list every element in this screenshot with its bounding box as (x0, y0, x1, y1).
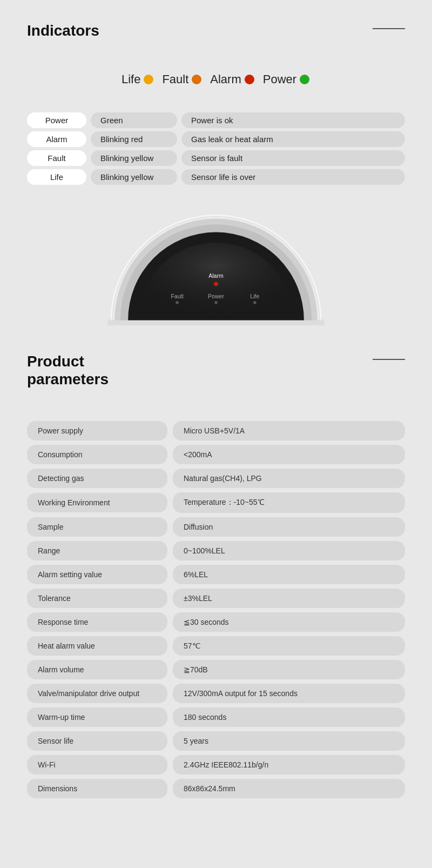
param-label-2: Detecting gas (27, 469, 167, 488)
param-label-5: Range (27, 541, 167, 560)
param-label-0: Power supply (27, 421, 167, 440)
param-row-0: Power supply Micro USB+5V/1A (27, 421, 405, 440)
indicator-label-life: Life (27, 169, 86, 185)
indicator-desc-power: Power is ok (181, 112, 405, 128)
param-value-4: Diffusion (173, 517, 405, 537)
param-row-11: Valve/manipulator drive output 12V/300mA… (27, 684, 405, 703)
param-row-10: Alarm volume ≧70dB (27, 660, 405, 679)
indicators-legend: Life Fault Alarm Power (27, 72, 405, 86)
product-params-title: Productparameters (27, 352, 109, 389)
legend-power-dot (300, 75, 309, 84)
param-label-7: Tolerance (27, 589, 167, 608)
indicator-color-alarm: Blinking red (91, 131, 177, 147)
param-label-3: Working Environment (27, 493, 167, 512)
indicators-divider (373, 28, 405, 29)
param-value-3: Temperature：-10~55℃ (173, 492, 405, 513)
indicators-header: Indicators (27, 22, 405, 40)
param-row-14: Wi-Fi 2.4GHz IEEE802.11b/g/n (27, 755, 405, 774)
legend-power-label: Power (263, 72, 296, 86)
svg-point-8 (253, 301, 256, 304)
device-image-container: Alarm Fault Power Life (27, 201, 405, 325)
indicator-row-power: Power Green Power is ok (27, 112, 405, 128)
product-params-header: Productparameters (27, 352, 405, 389)
legend-fault-label: Fault (162, 72, 188, 86)
param-label-11: Valve/manipulator drive output (27, 684, 167, 703)
param-row-1: Consumption <200mA (27, 445, 405, 464)
param-row-4: Sample Diffusion (27, 517, 405, 537)
indicator-label-fault: Fault (27, 150, 86, 166)
param-value-8: ≦30 seconds (173, 612, 405, 632)
device-svg: Alarm Fault Power Life (103, 201, 329, 325)
legend-life: Life (122, 72, 154, 86)
legend-fault: Fault (162, 72, 202, 86)
indicator-label-alarm: Alarm (27, 131, 86, 147)
indicator-row-fault: Fault Blinking yellow Sensor is fault (27, 150, 405, 166)
param-row-3: Working Environment Temperature：-10~55℃ (27, 492, 405, 513)
param-label-13: Sensor life (27, 731, 167, 751)
indicator-table: Power Green Power is ok Alarm Blinking r… (27, 112, 405, 185)
product-params-divider (373, 359, 405, 360)
param-value-5: 0~100%LEL (173, 541, 405, 560)
indicator-desc-life: Sensor life is over (181, 169, 405, 185)
param-row-8: Response time ≦30 seconds (27, 612, 405, 632)
param-row-12: Warm-up time 180 seconds (27, 707, 405, 727)
param-value-15: 86x86x24.5mm (173, 779, 405, 798)
svg-text:Fault: Fault (171, 293, 183, 299)
param-row-2: Detecting gas Natural gas(CH4), LPG (27, 469, 405, 488)
param-label-8: Response time (27, 612, 167, 632)
param-value-1: <200mA (173, 445, 405, 464)
param-row-6: Alarm setting value 6%LEL (27, 565, 405, 584)
svg-point-2 (214, 282, 218, 286)
param-value-7: ±3%LEL (173, 589, 405, 608)
svg-text:Life: Life (250, 293, 259, 299)
param-value-13: 5 years (173, 731, 405, 751)
legend-alarm-dot (245, 75, 254, 84)
param-label-12: Warm-up time (27, 707, 167, 727)
indicator-row-life: Life Blinking yellow Sensor life is over (27, 169, 405, 185)
param-row-7: Tolerance ±3%LEL (27, 589, 405, 608)
param-label-10: Alarm volume (27, 660, 167, 679)
param-label-1: Consumption (27, 445, 167, 464)
legend-life-dot (144, 75, 153, 84)
legend-power: Power (263, 72, 310, 86)
params-table: Power supply Micro USB+5V/1A Consumption… (27, 421, 405, 798)
param-row-5: Range 0~100%LEL (27, 541, 405, 560)
indicators-title: Indicators (27, 22, 99, 40)
param-value-0: Micro USB+5V/1A (173, 421, 405, 440)
indicator-desc-fault: Sensor is fault (181, 150, 405, 166)
param-value-10: ≧70dB (173, 660, 405, 679)
param-value-12: 180 seconds (173, 707, 405, 727)
indicator-desc-alarm: Gas leak or heat alarm (181, 131, 405, 147)
param-label-9: Heat alarm value (27, 636, 167, 656)
svg-point-4 (176, 301, 179, 304)
param-label-14: Wi-Fi (27, 755, 167, 774)
indicator-row-alarm: Alarm Blinking red Gas leak or heat alar… (27, 131, 405, 147)
param-value-9: 57℃ (173, 636, 405, 656)
param-row-9: Heat alarm value 57℃ (27, 636, 405, 656)
indicator-color-fault: Blinking yellow (91, 150, 177, 166)
legend-alarm: Alarm (210, 72, 255, 86)
param-label-15: Dimensions (27, 779, 167, 798)
indicator-color-power: Green (91, 112, 177, 128)
param-label-6: Alarm setting value (27, 565, 167, 584)
param-value-6: 6%LEL (173, 565, 405, 584)
param-row-13: Sensor life 5 years (27, 731, 405, 751)
svg-point-6 (214, 301, 218, 304)
param-value-2: Natural gas(CH4), LPG (173, 469, 405, 488)
indicator-label-power: Power (27, 112, 86, 128)
indicator-color-life: Blinking yellow (91, 169, 177, 185)
legend-alarm-label: Alarm (210, 72, 241, 86)
legend-fault-dot (192, 75, 201, 84)
param-value-14: 2.4GHz IEEE802.11b/g/n (173, 755, 405, 774)
device-wrapper: Alarm Fault Power Life (103, 201, 329, 325)
svg-text:Power: Power (208, 293, 224, 299)
param-value-11: 12V/300mA output for 15 seconds (173, 684, 405, 703)
param-row-15: Dimensions 86x86x24.5mm (27, 779, 405, 798)
svg-text:Alarm: Alarm (208, 272, 224, 278)
legend-life-label: Life (122, 72, 140, 86)
param-label-4: Sample (27, 517, 167, 537)
